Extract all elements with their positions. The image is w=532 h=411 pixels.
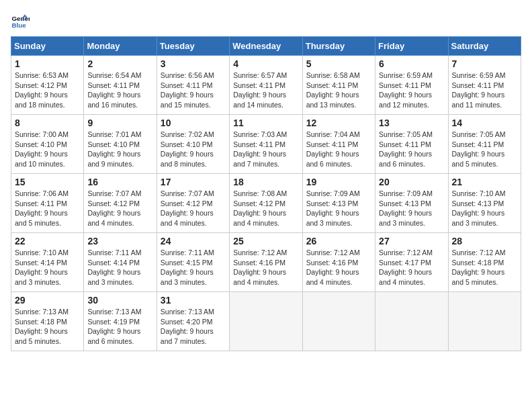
calendar-cell: 22 Sunrise: 7:10 AM Sunset: 4:14 PM Dayl… bbox=[11, 233, 84, 292]
calendar-cell: 27 Sunrise: 7:12 AM Sunset: 4:17 PM Dayl… bbox=[375, 233, 448, 292]
day-info: Sunrise: 7:00 AM Sunset: 4:10 PM Dayligh… bbox=[15, 130, 80, 169]
calendar-cell: 15 Sunrise: 7:06 AM Sunset: 4:11 PM Dayl… bbox=[11, 174, 84, 233]
weekday-header-wednesday: Wednesday bbox=[230, 37, 302, 56]
day-number: 2 bbox=[87, 58, 152, 69]
day-number: 20 bbox=[379, 177, 444, 187]
calendar-cell bbox=[302, 292, 375, 351]
day-number: 13 bbox=[379, 118, 444, 128]
day-info: Sunrise: 7:01 AM Sunset: 4:10 PM Dayligh… bbox=[87, 130, 152, 169]
day-info: Sunrise: 7:05 AM Sunset: 4:11 PM Dayligh… bbox=[379, 130, 444, 169]
day-number: 5 bbox=[306, 58, 371, 69]
day-number: 30 bbox=[87, 295, 152, 306]
day-info: Sunrise: 7:02 AM Sunset: 4:10 PM Dayligh… bbox=[161, 130, 226, 169]
calendar-cell: 24 Sunrise: 7:11 AM Sunset: 4:15 PM Dayl… bbox=[157, 233, 229, 292]
day-number: 1 bbox=[15, 58, 80, 69]
calendar-cell: 23 Sunrise: 7:11 AM Sunset: 4:14 PM Dayl… bbox=[84, 233, 157, 292]
calendar-cell: 20 Sunrise: 7:09 AM Sunset: 4:13 PM Dayl… bbox=[375, 174, 448, 233]
week-row-3: 15 Sunrise: 7:06 AM Sunset: 4:11 PM Dayl… bbox=[11, 174, 521, 233]
day-info: Sunrise: 7:12 AM Sunset: 4:16 PM Dayligh… bbox=[233, 248, 298, 287]
day-number: 17 bbox=[161, 177, 226, 187]
day-number: 11 bbox=[233, 118, 298, 128]
week-row-4: 22 Sunrise: 7:10 AM Sunset: 4:14 PM Dayl… bbox=[11, 233, 521, 292]
weekday-header-thursday: Thursday bbox=[302, 37, 375, 56]
day-info: Sunrise: 6:56 AM Sunset: 4:11 PM Dayligh… bbox=[161, 71, 226, 110]
day-number: 18 bbox=[233, 177, 298, 187]
day-info: Sunrise: 6:59 AM Sunset: 4:11 PM Dayligh… bbox=[452, 71, 517, 110]
day-info: Sunrise: 7:09 AM Sunset: 4:13 PM Dayligh… bbox=[306, 189, 371, 228]
day-number: 31 bbox=[161, 295, 226, 306]
week-row-5: 29 Sunrise: 7:13 AM Sunset: 4:18 PM Dayl… bbox=[11, 292, 521, 351]
week-row-2: 8 Sunrise: 7:00 AM Sunset: 4:10 PM Dayli… bbox=[11, 115, 521, 174]
calendar-cell: 17 Sunrise: 7:07 AM Sunset: 4:12 PM Dayl… bbox=[157, 174, 229, 233]
calendar-cell: 3 Sunrise: 6:56 AM Sunset: 4:11 PM Dayli… bbox=[157, 56, 229, 115]
day-number: 4 bbox=[233, 58, 298, 69]
day-info: Sunrise: 7:08 AM Sunset: 4:12 PM Dayligh… bbox=[233, 189, 298, 228]
weekday-header-friday: Friday bbox=[375, 37, 448, 56]
day-info: Sunrise: 7:12 AM Sunset: 4:16 PM Dayligh… bbox=[306, 248, 371, 287]
day-info: Sunrise: 7:11 AM Sunset: 4:14 PM Dayligh… bbox=[87, 248, 152, 287]
day-info: Sunrise: 7:06 AM Sunset: 4:11 PM Dayligh… bbox=[15, 189, 80, 228]
day-info: Sunrise: 7:04 AM Sunset: 4:11 PM Dayligh… bbox=[306, 130, 371, 169]
day-number: 12 bbox=[306, 118, 371, 128]
day-number: 7 bbox=[452, 58, 517, 69]
day-info: Sunrise: 7:10 AM Sunset: 4:14 PM Dayligh… bbox=[15, 248, 80, 287]
day-number: 25 bbox=[233, 236, 298, 246]
day-number: 8 bbox=[15, 118, 80, 128]
day-info: Sunrise: 6:57 AM Sunset: 4:11 PM Dayligh… bbox=[233, 71, 298, 110]
day-info: Sunrise: 7:10 AM Sunset: 4:13 PM Dayligh… bbox=[452, 189, 517, 228]
calendar-cell: 30 Sunrise: 7:13 AM Sunset: 4:19 PM Dayl… bbox=[84, 292, 157, 351]
day-number: 27 bbox=[379, 236, 444, 246]
day-number: 6 bbox=[379, 58, 444, 69]
day-info: Sunrise: 6:54 AM Sunset: 4:11 PM Dayligh… bbox=[87, 71, 152, 110]
logo: General Blue bbox=[11, 11, 32, 30]
calendar-cell: 28 Sunrise: 7:12 AM Sunset: 4:18 PM Dayl… bbox=[448, 233, 521, 292]
calendar-cell: 12 Sunrise: 7:04 AM Sunset: 4:11 PM Dayl… bbox=[302, 115, 375, 174]
weekday-header-saturday: Saturday bbox=[448, 37, 521, 56]
calendar-cell: 1 Sunrise: 6:53 AM Sunset: 4:12 PM Dayli… bbox=[11, 56, 84, 115]
day-info: Sunrise: 7:13 AM Sunset: 4:20 PM Dayligh… bbox=[161, 307, 226, 347]
weekday-header-sunday: Sunday bbox=[11, 37, 84, 56]
weekday-header-monday: Monday bbox=[84, 37, 157, 56]
day-number: 24 bbox=[161, 236, 226, 246]
day-number: 16 bbox=[87, 177, 152, 187]
calendar-cell: 8 Sunrise: 7:00 AM Sunset: 4:10 PM Dayli… bbox=[11, 115, 84, 174]
calendar-table: SundayMondayTuesdayWednesdayThursdayFrid… bbox=[11, 36, 521, 351]
day-number: 14 bbox=[452, 118, 517, 128]
calendar-cell: 25 Sunrise: 7:12 AM Sunset: 4:16 PM Dayl… bbox=[230, 233, 302, 292]
svg-text:Blue: Blue bbox=[11, 21, 26, 29]
calendar-cell: 16 Sunrise: 7:07 AM Sunset: 4:12 PM Dayl… bbox=[84, 174, 157, 233]
day-info: Sunrise: 7:03 AM Sunset: 4:11 PM Dayligh… bbox=[233, 130, 298, 169]
calendar-cell: 14 Sunrise: 7:05 AM Sunset: 4:11 PM Dayl… bbox=[448, 115, 521, 174]
day-info: Sunrise: 6:53 AM Sunset: 4:12 PM Dayligh… bbox=[15, 71, 80, 110]
weekday-header-tuesday: Tuesday bbox=[157, 37, 229, 56]
calendar-cell: 10 Sunrise: 7:02 AM Sunset: 4:10 PM Dayl… bbox=[157, 115, 229, 174]
calendar-cell: 4 Sunrise: 6:57 AM Sunset: 4:11 PM Dayli… bbox=[230, 56, 302, 115]
day-info: Sunrise: 7:07 AM Sunset: 4:12 PM Dayligh… bbox=[161, 189, 226, 228]
day-number: 23 bbox=[87, 236, 152, 246]
day-number: 21 bbox=[452, 177, 517, 187]
day-number: 10 bbox=[161, 118, 226, 128]
day-number: 29 bbox=[15, 295, 80, 306]
day-number: 9 bbox=[87, 118, 152, 128]
calendar-cell: 7 Sunrise: 6:59 AM Sunset: 4:11 PM Dayli… bbox=[448, 56, 521, 115]
calendar-cell: 19 Sunrise: 7:09 AM Sunset: 4:13 PM Dayl… bbox=[302, 174, 375, 233]
day-info: Sunrise: 7:13 AM Sunset: 4:19 PM Dayligh… bbox=[87, 307, 152, 347]
day-info: Sunrise: 7:05 AM Sunset: 4:11 PM Dayligh… bbox=[452, 130, 517, 169]
day-number: 28 bbox=[452, 236, 517, 246]
day-info: Sunrise: 7:07 AM Sunset: 4:12 PM Dayligh… bbox=[87, 189, 152, 228]
calendar-cell bbox=[375, 292, 448, 351]
calendar-cell: 2 Sunrise: 6:54 AM Sunset: 4:11 PM Dayli… bbox=[84, 56, 157, 115]
day-number: 19 bbox=[306, 177, 371, 187]
week-row-1: 1 Sunrise: 6:53 AM Sunset: 4:12 PM Dayli… bbox=[11, 56, 521, 115]
calendar-cell: 29 Sunrise: 7:13 AM Sunset: 4:18 PM Dayl… bbox=[11, 292, 84, 351]
day-info: Sunrise: 6:58 AM Sunset: 4:11 PM Dayligh… bbox=[306, 71, 371, 110]
calendar-cell: 6 Sunrise: 6:59 AM Sunset: 4:11 PM Dayli… bbox=[375, 56, 448, 115]
calendar-cell bbox=[448, 292, 521, 351]
day-number: 26 bbox=[306, 236, 371, 246]
day-number: 15 bbox=[15, 177, 80, 187]
calendar-cell: 31 Sunrise: 7:13 AM Sunset: 4:20 PM Dayl… bbox=[157, 292, 229, 351]
day-number: 3 bbox=[161, 58, 226, 69]
calendar-cell: 26 Sunrise: 7:12 AM Sunset: 4:16 PM Dayl… bbox=[302, 233, 375, 292]
day-number: 22 bbox=[15, 236, 80, 246]
calendar-cell: 21 Sunrise: 7:10 AM Sunset: 4:13 PM Dayl… bbox=[448, 174, 521, 233]
